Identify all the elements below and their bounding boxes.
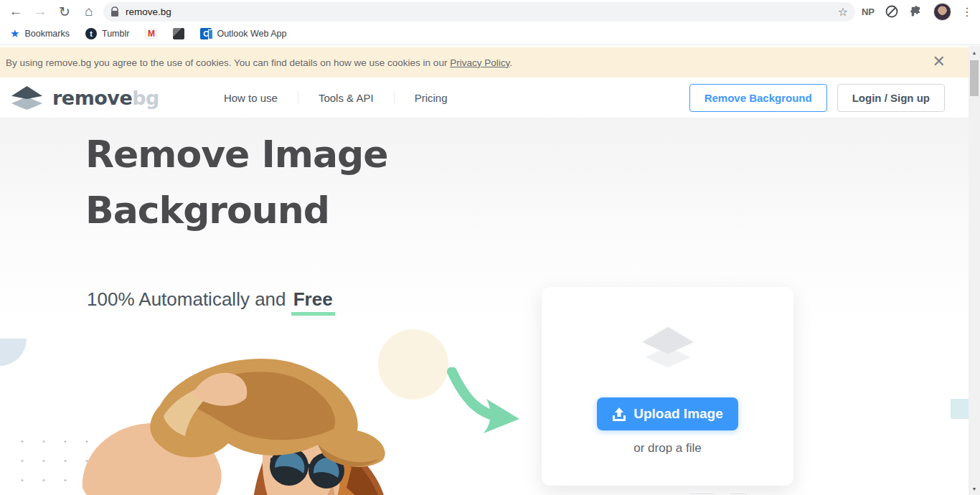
bookmark-tumblr[interactable]: t Tumblr [85,28,129,39]
blocker-extension-icon[interactable] [885,4,899,19]
remove-background-button[interactable]: Remove Background [689,84,827,112]
forward-icon[interactable]: → [32,3,49,20]
extension-np-badge[interactable]: NP [862,6,875,17]
green-arrow-icon [445,367,522,435]
gmail-icon: M [145,29,157,39]
nav-pricing[interactable]: Pricing [395,92,468,104]
address-bar[interactable]: remove.bg ☆ [103,2,855,22]
teal-square-decoration [951,399,969,419]
bookmark-outlook[interactable]: O Outlook Web App [200,28,286,39]
bookmark-star-icon[interactable]: ☆ [838,5,848,19]
bookmark-gmail[interactable]: M [145,29,157,39]
scrollbar[interactable]: ▲ ▼ [969,46,980,495]
main-nav: How to use Tools & API Pricing [204,91,468,104]
scroll-up-icon[interactable]: ▲ [969,47,980,57]
cookie-text: By using remove.bg you agree to the use … [6,57,512,68]
privacy-policy-link[interactable]: Privacy Policy [450,57,509,68]
removebg-logo[interactable]: removebg [10,84,159,111]
drop-hint: or drop a file [633,441,702,456]
reload-icon[interactable]: ↻ [56,3,73,20]
bookmark-label: Bookmarks [24,29,70,39]
page-subtitle: 100% Automatically and Free [87,288,335,311]
toolbar-right: NP ⋮ [862,0,980,23]
scroll-down-icon[interactable]: ▼ [969,484,980,494]
hero-section: Remove Image Background 100% Automatical… [0,118,969,495]
tumblr-icon: t [85,28,97,39]
close-icon[interactable]: ✕ [933,54,946,70]
header-actions: Remove Background Login / Sign up [689,84,945,112]
layers-logo-icon [10,84,44,111]
quarter-circle-decoration [0,339,27,366]
free-highlight: Free [291,288,335,316]
logo-text: removebg [52,87,159,109]
woman-photo [74,352,391,495]
profile-avatar[interactable] [933,3,951,21]
page-title: Remove Image Background [85,126,473,238]
layers-placeholder-icon [638,323,698,369]
star-icon: ★ [10,27,19,40]
upload-card[interactable]: Upload Image or drop a file [542,287,793,486]
back-icon[interactable]: ← [7,3,24,20]
nav-how-to-use[interactable]: How to use [204,92,298,104]
upload-image-button[interactable]: Upload Image [597,397,738,430]
bookmark-image[interactable] [173,28,184,39]
nav-tools-api[interactable]: Tools & API [298,92,394,104]
extensions-puzzle-icon[interactable] [909,4,923,19]
lock-icon [110,6,119,17]
site-header: removebg How to use Tools & API Pricing … [0,77,969,118]
scrollbar-thumb[interactable] [970,60,979,96]
page-viewport: By using remove.bg you agree to the use … [0,46,980,495]
cookie-banner: By using remove.bg you agree to the use … [0,47,969,77]
upload-button-label: Upload Image [633,406,723,422]
bookmark-label: Tumblr [102,29,129,39]
url-text: remove.bg [126,6,838,17]
browser-menu-icon[interactable]: ⋮ [961,5,973,19]
home-icon[interactable]: ⌂ [80,3,98,20]
outlook-icon: O [200,28,212,39]
image-bookmark-icon [173,28,184,39]
bookmark-bookmarks[interactable]: ★ Bookmarks [10,27,70,40]
bookmarks-bar: ★ Bookmarks t Tumblr M O Outlook Web App [0,23,980,45]
login-signup-button[interactable]: Login / Sign up [837,84,945,112]
upload-icon [612,407,626,421]
bookmark-label: Outlook Web App [217,29,286,39]
browser-window: ← → ↻ ⌂ remove.bg ☆ NP ⋮ ★ Bookmarks t T… [0,0,980,495]
browser-toolbar: ← → ↻ ⌂ remove.bg ☆ NP ⋮ [0,0,980,23]
